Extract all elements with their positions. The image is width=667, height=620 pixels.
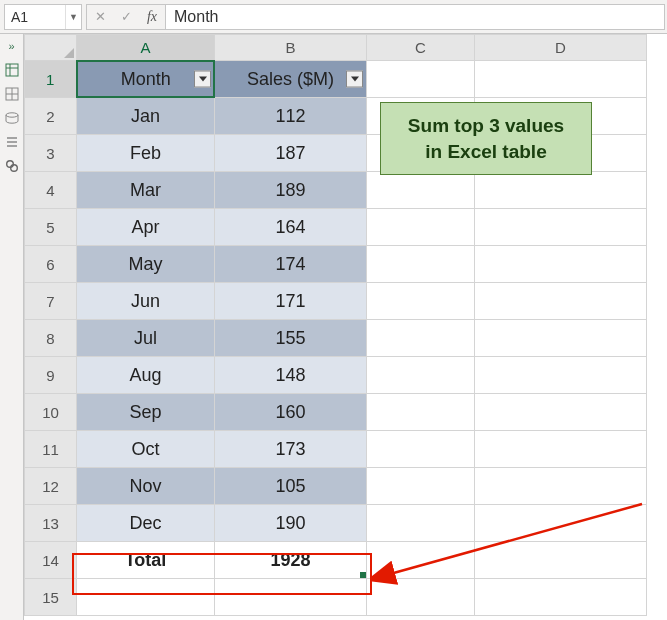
row-header[interactable]: 5 bbox=[25, 209, 77, 246]
svg-point-6 bbox=[6, 113, 18, 117]
cell[interactable]: 155 bbox=[215, 320, 367, 357]
cell[interactable] bbox=[367, 172, 475, 209]
column-header-c[interactable]: C bbox=[367, 35, 475, 61]
cell[interactable] bbox=[475, 505, 647, 542]
cell[interactable] bbox=[367, 579, 475, 616]
gutter-sheet-icon[interactable] bbox=[4, 62, 20, 78]
fx-button[interactable]: fx bbox=[139, 4, 165, 30]
cell[interactable] bbox=[367, 505, 475, 542]
cancel-button[interactable]: ✕ bbox=[87, 4, 113, 30]
annotation-callout: Sum top 3 values in Excel table bbox=[380, 102, 592, 175]
total-value-cell[interactable]: 1928 bbox=[215, 542, 367, 579]
cell[interactable]: Oct bbox=[77, 431, 215, 468]
cell[interactable]: 189 bbox=[215, 172, 367, 209]
cell[interactable]: Jan bbox=[77, 98, 215, 135]
cell[interactable] bbox=[367, 431, 475, 468]
cell[interactable]: 164 bbox=[215, 209, 367, 246]
cell[interactable] bbox=[367, 283, 475, 320]
row-header[interactable]: 9 bbox=[25, 357, 77, 394]
row-header[interactable]: 15 bbox=[25, 579, 77, 616]
accept-button[interactable]: ✓ bbox=[113, 4, 139, 30]
row-header[interactable]: 10 bbox=[25, 394, 77, 431]
cell[interactable] bbox=[475, 394, 647, 431]
cell[interactable] bbox=[475, 172, 647, 209]
cell[interactable]: Aug bbox=[77, 357, 215, 394]
gutter-find-icon[interactable] bbox=[4, 158, 20, 174]
cell[interactable] bbox=[367, 468, 475, 505]
row-header[interactable]: 1 bbox=[25, 61, 77, 98]
cell[interactable]: 171 bbox=[215, 283, 367, 320]
cell[interactable]: Sep bbox=[77, 394, 215, 431]
cell[interactable]: 105 bbox=[215, 468, 367, 505]
cell[interactable] bbox=[475, 61, 647, 98]
cell[interactable]: May bbox=[77, 246, 215, 283]
row-header[interactable]: 3 bbox=[25, 135, 77, 172]
cell[interactable] bbox=[475, 320, 647, 357]
row-header[interactable]: 7 bbox=[25, 283, 77, 320]
row-header[interactable]: 12 bbox=[25, 468, 77, 505]
column-header-d[interactable]: D bbox=[475, 35, 647, 61]
svg-point-11 bbox=[10, 165, 17, 172]
cell[interactable]: 148 bbox=[215, 357, 367, 394]
column-header-a[interactable]: A bbox=[77, 35, 215, 61]
gutter-table-icon[interactable] bbox=[4, 86, 20, 102]
cell[interactable] bbox=[475, 246, 647, 283]
row-header[interactable]: 14 bbox=[25, 542, 77, 579]
cell[interactable] bbox=[367, 357, 475, 394]
cell[interactable] bbox=[475, 209, 647, 246]
gutter-data-icon[interactable] bbox=[4, 110, 20, 126]
cell[interactable] bbox=[475, 579, 647, 616]
row-header[interactable]: 4 bbox=[25, 172, 77, 209]
cell[interactable] bbox=[475, 431, 647, 468]
cell[interactable]: Apr bbox=[77, 209, 215, 246]
cell[interactable] bbox=[367, 394, 475, 431]
cell[interactable]: Mar bbox=[77, 172, 215, 209]
row-header[interactable]: 6 bbox=[25, 246, 77, 283]
cell[interactable]: 112 bbox=[215, 98, 367, 135]
row-header[interactable]: 2 bbox=[25, 98, 77, 135]
table-header-month[interactable]: Month bbox=[77, 61, 215, 98]
cell[interactable] bbox=[475, 357, 647, 394]
total-label-cell[interactable]: Total bbox=[77, 542, 215, 579]
cell[interactable]: Feb bbox=[77, 135, 215, 172]
cell[interactable] bbox=[367, 61, 475, 98]
name-box-dropdown-icon[interactable]: ▼ bbox=[65, 5, 81, 29]
cell[interactable] bbox=[367, 320, 475, 357]
cell[interactable] bbox=[475, 283, 647, 320]
cell[interactable] bbox=[367, 209, 475, 246]
cell[interactable] bbox=[215, 579, 367, 616]
column-header-b[interactable]: B bbox=[215, 35, 367, 61]
row-header[interactable]: 11 bbox=[25, 431, 77, 468]
cell[interactable]: Nov bbox=[77, 468, 215, 505]
callout-line: Sum top 3 values bbox=[393, 113, 579, 139]
expand-pane-icon[interactable]: » bbox=[4, 38, 20, 54]
cell[interactable] bbox=[77, 579, 215, 616]
cell[interactable]: Jun bbox=[77, 283, 215, 320]
cell[interactable]: Jul bbox=[77, 320, 215, 357]
cell[interactable] bbox=[475, 468, 647, 505]
name-box-value: A1 bbox=[5, 9, 65, 25]
select-all-corner[interactable] bbox=[25, 35, 77, 61]
cell[interactable]: 174 bbox=[215, 246, 367, 283]
cell[interactable] bbox=[475, 542, 647, 579]
table-header-sales[interactable]: Sales ($M) bbox=[215, 61, 367, 98]
formula-input[interactable]: Month bbox=[165, 4, 665, 30]
table-header-label: Month bbox=[121, 69, 171, 89]
cell[interactable]: Dec bbox=[77, 505, 215, 542]
cell[interactable] bbox=[367, 542, 475, 579]
row-header[interactable]: 13 bbox=[25, 505, 77, 542]
left-gutter: » bbox=[0, 34, 24, 620]
cell[interactable]: 173 bbox=[215, 431, 367, 468]
spreadsheet-grid[interactable]: A B C D 1 Month Sales ($M) 2Jan112 3Feb1… bbox=[24, 34, 667, 620]
cell[interactable] bbox=[367, 246, 475, 283]
cell[interactable]: 190 bbox=[215, 505, 367, 542]
filter-dropdown-icon[interactable] bbox=[194, 71, 211, 88]
cell[interactable]: 187 bbox=[215, 135, 367, 172]
cell[interactable]: 160 bbox=[215, 394, 367, 431]
table-resize-handle-icon[interactable] bbox=[360, 572, 366, 578]
row-header[interactable]: 8 bbox=[25, 320, 77, 357]
total-value: 1928 bbox=[270, 550, 310, 570]
name-box[interactable]: A1 ▼ bbox=[4, 4, 82, 30]
filter-dropdown-icon[interactable] bbox=[346, 71, 363, 88]
gutter-list-icon[interactable] bbox=[4, 134, 20, 150]
